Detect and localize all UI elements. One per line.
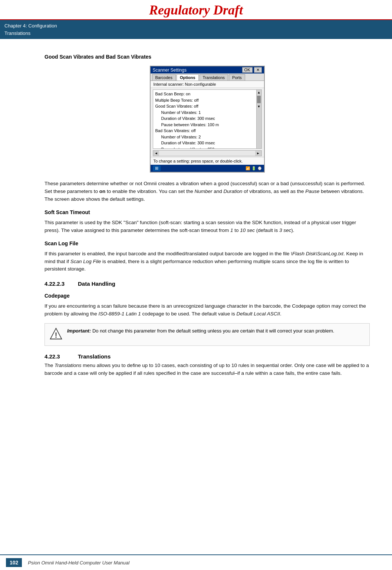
scan-log-heading: Scan Log File [45, 240, 370, 246]
hscroll-track [159, 151, 255, 156]
scanner-window-title: Scanner Settings [153, 68, 187, 73]
hscroll-right-arrow[interactable]: ► [255, 151, 261, 156]
list-row-9: Duration of Vibrate: 300 msec [155, 140, 259, 146]
data-handling-title: Data Handling [78, 281, 115, 287]
list-row-6: Pause between Vibrates: 100 m [155, 122, 259, 128]
list-row-4: Number of Vibrates: 1 [155, 109, 259, 116]
page-header: Regulatory Draft [0, 0, 392, 20]
internal-scanner-value: Non-configurable [185, 82, 216, 86]
good-bad-scan-body: These parameters determine whether or no… [45, 180, 370, 203]
soft-scan-heading: Soft Scan Timeout [45, 209, 370, 215]
important-text: Important: Do not change this parameter … [67, 327, 334, 335]
screenshot-container: Scanner Settings OK ✕ Barcodes Options T… [45, 66, 370, 173]
list-row-1: Bad Scan Beep: on [155, 91, 259, 97]
important-message: Do not change this parameter from the de… [92, 328, 335, 334]
scanner-titlebar: Scanner Settings OK ✕ [151, 66, 264, 73]
tab-ports[interactable]: Ports [229, 74, 245, 81]
scanner-tabs: Barcodes Options Translations Ports [151, 73, 264, 81]
list-row-7: Bad Scan Vibrates: off [155, 128, 259, 134]
hscrollbar[interactable]: ◄ ► [153, 150, 262, 156]
ok-button[interactable]: OK [242, 67, 253, 73]
main-content: Good Scan Vibrates and Bad Scan Vibrates… [0, 39, 392, 390]
page-number: 102 [6, 558, 22, 567]
scanner-list-content: Bad Scan Beep: on Multiple Beep Tones: o… [153, 90, 261, 149]
good-bad-scan-heading: Good Scan Vibrates and Bad Scan Vibrates [45, 54, 370, 60]
internal-scanner-row: Internal scanner: Non-configurable [151, 81, 264, 88]
hscroll-left-arrow[interactable]: ◄ [153, 151, 159, 156]
scanner-taskbar: ⊞ 📶 🔋 ⌚ [151, 165, 264, 172]
scroll-down-arrow[interactable]: ▼ [257, 104, 261, 109]
codepage-heading: Codepage [45, 293, 370, 299]
taskbar-icon-1: 📶 [246, 166, 250, 170]
start-button[interactable]: ⊞ [153, 166, 161, 171]
list-row-10: Pause between Vibrates: 250 m [155, 146, 259, 149]
tab-translations[interactable]: Translations [200, 74, 228, 81]
data-handling-number: 4.22.2.3 [45, 281, 78, 287]
important-box: ! Important: Do not change this paramete… [45, 323, 370, 346]
scanner-window: Scanner Settings OK ✕ Barcodes Options T… [150, 66, 265, 173]
scroll-thumb[interactable] [257, 96, 261, 103]
chapter-line1: Chapter 4: Configuration [4, 22, 388, 30]
list-row-2: Multiple Beep Tones: off [155, 97, 259, 104]
translations-body: The Translations menu allows you to defi… [45, 362, 370, 377]
translations-title: Translations [78, 353, 111, 360]
footer-text: Psion Omnii Hand-Held Computer User Manu… [28, 560, 129, 566]
scanner-footer: To change a setting: press space, or dou… [151, 157, 264, 165]
important-label: Important: [67, 328, 91, 334]
scrollbar[interactable]: ▲ ▼ [256, 90, 261, 148]
data-handling-subsection: 4.22.2.3 Data Handling [45, 281, 370, 287]
scanner-title-buttons: OK ✕ [242, 67, 262, 73]
list-row-8: Number of Vibrates: 2 [155, 134, 259, 140]
close-button[interactable]: ✕ [254, 67, 262, 73]
regulatory-draft-title: Regulatory Draft [0, 2, 392, 18]
taskbar-icon-2: 🔋 [251, 166, 256, 170]
list-row-3: Good Scan Vibrates: off [155, 103, 259, 109]
chapter-banner: Chapter 4: Configuration Translations [0, 20, 392, 39]
scan-log-body: If this parameter is enabled, the input … [45, 250, 370, 273]
scroll-up-arrow[interactable]: ▲ [257, 90, 261, 95]
scanner-list-area[interactable]: Bad Scan Beep: on Multiple Beep Tones: o… [153, 89, 262, 149]
codepage-body: If you are encountering a scan failure b… [45, 302, 370, 318]
taskbar-icons: 📶 🔋 ⌚ [246, 166, 262, 170]
list-row-5: Duration of Vibrate: 300 msec [155, 115, 259, 122]
chapter-line2: Translations [4, 30, 388, 37]
tab-barcodes[interactable]: Barcodes [152, 74, 176, 81]
tab-options[interactable]: Options [177, 74, 199, 81]
translations-number: 4.22.3 [45, 353, 78, 360]
translations-subsection: 4.22.3 Translations [45, 353, 370, 360]
warning-icon: ! [49, 327, 63, 342]
svg-text:!: ! [55, 331, 57, 339]
taskbar-icon-3: ⌚ [257, 166, 262, 170]
page-footer: 102 Psion Omnii Hand-Held Computer User … [0, 554, 392, 570]
internal-scanner-label: Internal scanner: [154, 82, 184, 86]
soft-scan-body: This parameter is used by the SDK "Scan"… [45, 219, 370, 235]
